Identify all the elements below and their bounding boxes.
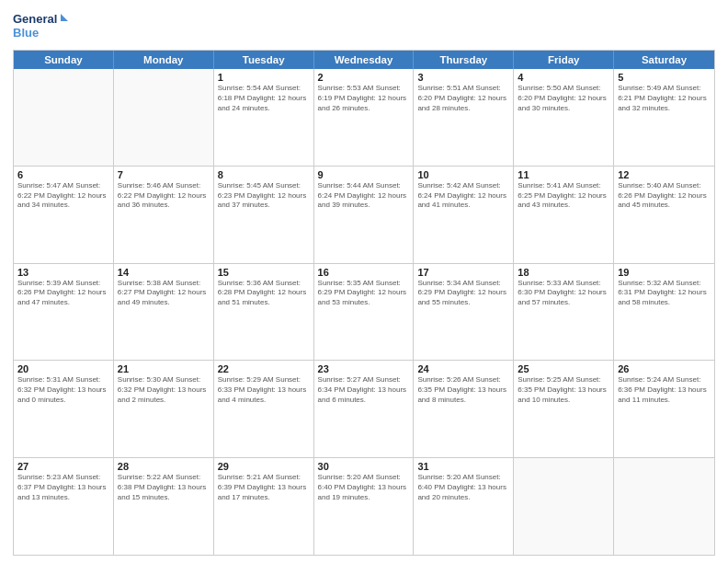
day-number: 29 <box>218 461 310 472</box>
calendar-cell: 13Sunrise: 5:39 AM Sunset: 6:26 PM Dayli… <box>14 264 114 361</box>
day-info: Sunrise: 5:20 AM Sunset: 6:40 PM Dayligh… <box>417 473 509 502</box>
calendar-header-cell: Friday <box>514 51 614 69</box>
calendar-row: 13Sunrise: 5:39 AM Sunset: 6:26 PM Dayli… <box>14 264 714 362</box>
day-info: Sunrise: 5:21 AM Sunset: 6:39 PM Dayligh… <box>218 473 310 502</box>
day-info: Sunrise: 5:41 AM Sunset: 6:25 PM Dayligh… <box>518 181 609 211</box>
day-info: Sunrise: 5:44 AM Sunset: 6:24 PM Dayligh… <box>318 181 410 211</box>
calendar-cell: 6Sunrise: 5:47 AM Sunset: 6:22 PM Daylig… <box>14 167 114 263</box>
svg-marker-2 <box>61 14 68 21</box>
day-info: Sunrise: 5:34 AM Sunset: 6:29 PM Dayligh… <box>417 279 509 308</box>
calendar-cell: 2Sunrise: 5:53 AM Sunset: 6:19 PM Daylig… <box>314 69 415 166</box>
logo-svg: General Blue <box>13 9 68 46</box>
calendar-row: 1Sunrise: 5:54 AM Sunset: 6:18 PM Daylig… <box>14 69 714 167</box>
calendar-cell: 5Sunrise: 5:49 AM Sunset: 6:21 PM Daylig… <box>614 69 714 166</box>
calendar-cell <box>614 458 714 555</box>
calendar-cell: 15Sunrise: 5:36 AM Sunset: 6:28 PM Dayli… <box>214 264 314 361</box>
calendar-cell: 20Sunrise: 5:31 AM Sunset: 6:32 PM Dayli… <box>14 361 114 457</box>
day-number: 5 <box>618 72 711 83</box>
calendar-cell: 17Sunrise: 5:34 AM Sunset: 6:29 PM Dayli… <box>414 264 514 361</box>
calendar-cell: 18Sunrise: 5:33 AM Sunset: 6:30 PM Dayli… <box>514 264 614 361</box>
calendar-cell: 1Sunrise: 5:54 AM Sunset: 6:18 PM Daylig… <box>214 69 314 166</box>
day-number: 26 <box>618 363 711 374</box>
day-info: Sunrise: 5:25 AM Sunset: 6:35 PM Dayligh… <box>518 375 609 405</box>
calendar-header-row: SundayMondayTuesdayWednesdayThursdayFrid… <box>14 51 714 69</box>
day-number: 22 <box>218 363 310 374</box>
svg-text:General: General <box>13 12 57 26</box>
calendar-cell: 30Sunrise: 5:20 AM Sunset: 6:40 PM Dayli… <box>314 458 415 555</box>
day-number: 14 <box>118 267 210 278</box>
day-number: 13 <box>17 267 109 278</box>
calendar-cell: 25Sunrise: 5:25 AM Sunset: 6:35 PM Dayli… <box>514 361 614 457</box>
day-number: 9 <box>318 169 410 180</box>
calendar-cell: 11Sunrise: 5:41 AM Sunset: 6:25 PM Dayli… <box>514 167 614 263</box>
day-number: 19 <box>618 267 711 278</box>
calendar-cell: 10Sunrise: 5:42 AM Sunset: 6:24 PM Dayli… <box>414 167 514 263</box>
day-info: Sunrise: 5:24 AM Sunset: 6:36 PM Dayligh… <box>618 375 711 405</box>
calendar-cell: 19Sunrise: 5:32 AM Sunset: 6:31 PM Dayli… <box>614 264 714 361</box>
calendar-cell: 7Sunrise: 5:46 AM Sunset: 6:22 PM Daylig… <box>114 167 214 263</box>
calendar-cell: 9Sunrise: 5:44 AM Sunset: 6:24 PM Daylig… <box>314 167 415 263</box>
day-number: 17 <box>417 267 509 278</box>
day-number: 21 <box>118 363 210 374</box>
day-info: Sunrise: 5:20 AM Sunset: 6:40 PM Dayligh… <box>318 473 410 502</box>
day-number: 7 <box>118 169 210 180</box>
calendar-cell: 29Sunrise: 5:21 AM Sunset: 6:39 PM Dayli… <box>214 458 314 555</box>
calendar-header-cell: Wednesday <box>314 51 415 69</box>
day-info: Sunrise: 5:50 AM Sunset: 6:20 PM Dayligh… <box>518 84 609 113</box>
calendar-header-cell: Sunday <box>14 51 114 69</box>
day-info: Sunrise: 5:45 AM Sunset: 6:23 PM Dayligh… <box>218 181 310 211</box>
day-number: 31 <box>417 461 509 472</box>
day-info: Sunrise: 5:47 AM Sunset: 6:22 PM Dayligh… <box>17 181 109 211</box>
calendar-cell <box>114 69 214 166</box>
day-info: Sunrise: 5:54 AM Sunset: 6:18 PM Dayligh… <box>218 84 310 113</box>
calendar-cell: 22Sunrise: 5:29 AM Sunset: 6:33 PM Dayli… <box>214 361 314 457</box>
calendar-cell: 14Sunrise: 5:38 AM Sunset: 6:27 PM Dayli… <box>114 264 214 361</box>
day-number: 15 <box>218 267 310 278</box>
calendar-cell: 31Sunrise: 5:20 AM Sunset: 6:40 PM Dayli… <box>414 458 514 555</box>
day-info: Sunrise: 5:35 AM Sunset: 6:29 PM Dayligh… <box>318 279 410 308</box>
day-info: Sunrise: 5:40 AM Sunset: 6:26 PM Dayligh… <box>618 181 711 211</box>
day-number: 16 <box>318 267 410 278</box>
calendar-cell: 27Sunrise: 5:23 AM Sunset: 6:37 PM Dayli… <box>14 458 114 555</box>
calendar-row: 27Sunrise: 5:23 AM Sunset: 6:37 PM Dayli… <box>14 458 714 555</box>
day-number: 28 <box>118 461 210 472</box>
day-info: Sunrise: 5:39 AM Sunset: 6:26 PM Dayligh… <box>17 279 109 308</box>
calendar-header-cell: Monday <box>114 51 214 69</box>
day-info: Sunrise: 5:42 AM Sunset: 6:24 PM Dayligh… <box>417 181 509 211</box>
day-info: Sunrise: 5:36 AM Sunset: 6:28 PM Dayligh… <box>218 279 310 308</box>
day-info: Sunrise: 5:23 AM Sunset: 6:37 PM Dayligh… <box>17 473 109 502</box>
day-number: 4 <box>518 72 609 83</box>
logo: General Blue <box>13 9 68 46</box>
calendar-row: 20Sunrise: 5:31 AM Sunset: 6:32 PM Dayli… <box>14 361 714 458</box>
day-info: Sunrise: 5:51 AM Sunset: 6:20 PM Dayligh… <box>417 84 509 113</box>
day-number: 2 <box>318 72 410 83</box>
header: General Blue <box>13 9 715 46</box>
day-number: 24 <box>417 363 509 374</box>
day-info: Sunrise: 5:29 AM Sunset: 6:33 PM Dayligh… <box>218 375 310 405</box>
day-info: Sunrise: 5:26 AM Sunset: 6:35 PM Dayligh… <box>417 375 509 405</box>
svg-text:Blue: Blue <box>13 26 39 40</box>
page: General Blue SundayMondayTuesdayWednesda… <box>0 0 728 563</box>
calendar-header-cell: Tuesday <box>214 51 314 69</box>
calendar-cell: 12Sunrise: 5:40 AM Sunset: 6:26 PM Dayli… <box>614 167 714 263</box>
day-info: Sunrise: 5:53 AM Sunset: 6:19 PM Dayligh… <box>318 84 410 113</box>
day-info: Sunrise: 5:30 AM Sunset: 6:32 PM Dayligh… <box>118 375 210 405</box>
calendar: SundayMondayTuesdayWednesdayThursdayFrid… <box>13 50 715 556</box>
day-number: 3 <box>417 72 509 83</box>
day-info: Sunrise: 5:49 AM Sunset: 6:21 PM Dayligh… <box>618 84 711 113</box>
day-number: 11 <box>518 169 609 180</box>
day-number: 20 <box>17 363 109 374</box>
calendar-header-cell: Saturday <box>614 51 714 69</box>
calendar-cell: 28Sunrise: 5:22 AM Sunset: 6:38 PM Dayli… <box>114 458 214 555</box>
day-info: Sunrise: 5:27 AM Sunset: 6:34 PM Dayligh… <box>318 375 410 405</box>
day-number: 1 <box>218 72 310 83</box>
calendar-cell <box>14 69 114 166</box>
day-info: Sunrise: 5:38 AM Sunset: 6:27 PM Dayligh… <box>118 279 210 308</box>
day-info: Sunrise: 5:32 AM Sunset: 6:31 PM Dayligh… <box>618 279 711 308</box>
day-info: Sunrise: 5:22 AM Sunset: 6:38 PM Dayligh… <box>118 473 210 502</box>
calendar-cell: 23Sunrise: 5:27 AM Sunset: 6:34 PM Dayli… <box>314 361 415 457</box>
day-number: 8 <box>218 169 310 180</box>
calendar-cell <box>514 458 614 555</box>
calendar-body: 1Sunrise: 5:54 AM Sunset: 6:18 PM Daylig… <box>14 69 714 555</box>
day-number: 10 <box>417 169 509 180</box>
